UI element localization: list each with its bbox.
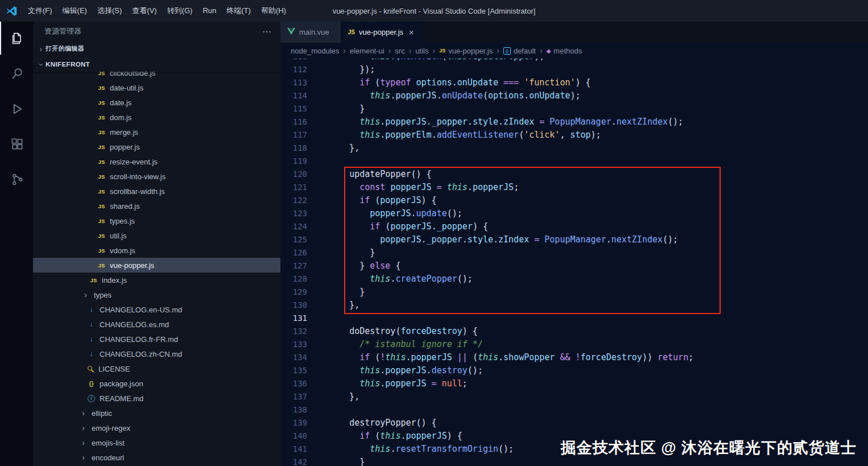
code-line-135[interactable]: 135 this.popperJS.destroy(); xyxy=(280,364,868,377)
code-line-113[interactable]: 113 if (typeof options.onUpdate === 'fun… xyxy=(280,76,868,89)
breadcrumb-item-node-modules[interactable]: node_modules xyxy=(291,47,339,55)
tree-item-scroll-into-view-js[interactable]: JSscroll-into-view.js xyxy=(33,169,280,184)
code-line-131[interactable]: 131 xyxy=(280,312,868,325)
tree-item-emojis-list[interactable]: ›emojis-list xyxy=(33,435,280,450)
tree-item-package-json[interactable]: {}package.json xyxy=(33,376,280,391)
breadcrumb-label: src xyxy=(395,47,404,55)
tree-item-changelog-en-us-md[interactable]: ↓CHANGELOG.en-US.md xyxy=(33,302,280,317)
tree-item-dom-js[interactable]: JSdom.js xyxy=(33,110,280,125)
js-icon: JS xyxy=(97,174,106,180)
code-line-132[interactable]: 132 doDestroy(forceDestroy) { xyxy=(280,325,868,338)
open-editors-section[interactable]: 打开的编辑器 xyxy=(33,41,280,56)
code-line-134[interactable]: 134 if (!this.popperJS || (this.showPopp… xyxy=(280,351,868,364)
tree-item-label: CHANGELOG.es.md xyxy=(100,320,169,329)
tree-item-vdom-js[interactable]: JSvdom.js xyxy=(33,243,280,258)
code-line-121[interactable]: 121 const popperJS = this.popperJS; xyxy=(280,181,868,194)
menubar-item-6[interactable]: 终端(T) xyxy=(221,0,256,22)
more-actions-icon[interactable]: ⋯ xyxy=(262,26,271,37)
code-line-122[interactable]: 122 if (popperJS) { xyxy=(280,194,868,207)
activity-search-icon[interactable] xyxy=(0,57,33,90)
code-text: popperJS._popper.style.zIndex = PopupMan… xyxy=(329,233,678,246)
code-line-115[interactable]: 115 } xyxy=(280,102,868,116)
activity-explorer-icon[interactable] xyxy=(0,22,33,55)
code-line-124[interactable]: 124 if (popperJS._popper) { xyxy=(280,220,868,233)
breadcrumb-item-methods[interactable]: ◆methods xyxy=(547,47,582,55)
code-line-130[interactable]: 130 }, xyxy=(280,299,868,312)
tree-item-date-js[interactable]: JSdate.js xyxy=(33,95,280,110)
tree-item-vue-popper-js[interactable]: JSvue-popper.js xyxy=(33,258,280,273)
tree-item-clickoutside-js[interactable]: JSclickoutside.js xyxy=(33,72,280,80)
menubar-item-5[interactable]: Run xyxy=(197,0,221,22)
code-line-123[interactable]: 123 popperJS.update(); xyxy=(280,207,868,220)
tree-item-types[interactable]: ›types xyxy=(33,287,280,302)
code-line-114[interactable]: 114 this.popperJS.onUpdate(options.onUpd… xyxy=(280,89,868,102)
activity-extensions-icon[interactable] xyxy=(0,127,33,160)
tree-item-index-js[interactable]: JSindex.js xyxy=(33,273,280,287)
tab-label: vue-popper.js xyxy=(359,28,403,36)
breadcrumb-item-default[interactable]: {}default xyxy=(503,47,536,55)
code-line-120[interactable]: 120 updatePopper() { xyxy=(280,168,868,181)
code-line-133[interactable]: 133 /* istanbul ignore if */ xyxy=(280,338,868,351)
tree-item-popper-js[interactable]: JSpopper.js xyxy=(33,139,280,154)
tree-item-scrollbar-width-js[interactable]: JSscrollbar-width.js xyxy=(33,184,280,199)
breadcrumb-item-vue-popper-js[interactable]: JSvue-popper.js xyxy=(439,47,493,55)
code-line-138[interactable]: 138 xyxy=(280,403,868,416)
code-line-136[interactable]: 136 this.popperJS = null; xyxy=(280,377,868,390)
markdown-icon: ↓ xyxy=(86,320,96,328)
tree-item-types-js[interactable]: JStypes.js xyxy=(33,213,280,228)
menubar-item-3[interactable]: 查看(V) xyxy=(127,0,162,22)
code-line-126[interactable]: 126 } xyxy=(280,246,868,259)
tree-item-readme-md[interactable]: iREADME.md xyxy=(33,391,280,406)
activity-source-control-icon[interactable] xyxy=(0,163,33,196)
tree-item-label: clickoutside.js xyxy=(110,72,155,77)
code-line-128[interactable]: 128 this.createPopper(); xyxy=(280,273,868,286)
knifefront-section[interactable]: KNIFEFRONT xyxy=(33,56,280,72)
code-line-127[interactable]: 127 } else { xyxy=(280,259,868,273)
tree-item-label: index.js xyxy=(102,276,127,284)
tree-item-date-util-js[interactable]: JSdate-util.js xyxy=(33,80,280,95)
code-line-129[interactable]: 129 } xyxy=(280,286,868,299)
symbol-method-icon: ◆ xyxy=(547,48,551,54)
tree-item-changelog-fr-fr-md[interactable]: ↓CHANGELOG.fr-FR.md xyxy=(33,332,280,347)
menubar-item-2[interactable]: 选择(S) xyxy=(92,0,127,22)
menubar-item-4[interactable]: 转到(G) xyxy=(162,0,198,22)
tree-item-merge-js[interactable]: JSmerge.js xyxy=(33,125,280,139)
js-icon: JS xyxy=(97,129,106,135)
breadcrumb-item-src[interactable]: src xyxy=(395,47,404,55)
menubar-item-7[interactable]: 帮助(H) xyxy=(256,0,291,22)
tab-main-vue[interactable]: main.vue xyxy=(280,22,341,43)
line-number: 141 xyxy=(280,443,329,456)
symbol-default-icon: {} xyxy=(503,47,511,55)
tree-item-emoji-regex[interactable]: ›emoji-regex xyxy=(33,420,280,435)
tree-item-util-js[interactable]: JSutil.js xyxy=(33,228,280,243)
code-line-137[interactable]: 137 }, xyxy=(280,390,868,403)
breadcrumb-item-element-ui[interactable]: element-ui xyxy=(350,47,385,55)
code-line-119[interactable]: 119 xyxy=(280,155,868,168)
code-line-116[interactable]: 116 this.popperJS._popper.style.zIndex =… xyxy=(280,116,868,129)
tree-item-changelog-es-md[interactable]: ↓CHANGELOG.es.md xyxy=(33,317,280,332)
code-text: } xyxy=(329,102,365,116)
tree-item-label: CHANGELOG.fr-FR.md xyxy=(100,335,178,344)
code-line-112[interactable]: 112 }); xyxy=(280,63,868,76)
code-line-111[interactable]: 111 this.$nextTick(this.updatePopper); xyxy=(280,59,868,63)
code-line-118[interactable]: 118 }, xyxy=(280,142,868,155)
tree-item-license[interactable]: LICENSE xyxy=(33,361,280,376)
code-line-139[interactable]: 139 destroyPopper() { xyxy=(280,416,868,430)
tree-item-encodeurl[interactable]: ›encodeurl xyxy=(33,450,280,465)
vue-icon xyxy=(287,28,295,36)
close-icon[interactable]: × xyxy=(408,27,415,37)
license-key-icon xyxy=(86,365,95,373)
menubar-item-0[interactable]: 文件(F) xyxy=(23,0,57,22)
tree-item-changelog-zh-cn-md[interactable]: ↓CHANGELOG.zh-CN.md xyxy=(33,347,280,361)
code-line-125[interactable]: 125 popperJS._popper.style.zIndex = Popu… xyxy=(280,233,868,246)
breadcrumb-label: vue-popper.js xyxy=(448,47,493,55)
tree-item-resize-event-js[interactable]: JSresize-event.js xyxy=(33,154,280,169)
menubar-item-1[interactable]: 编辑(E) xyxy=(57,0,92,22)
tree-item-shared-js[interactable]: JSshared.js xyxy=(33,199,280,213)
breadcrumb-item-utils[interactable]: utils xyxy=(415,47,428,55)
tree-item-elliptic[interactable]: ›elliptic xyxy=(33,406,280,420)
activity-run-debug-icon[interactable] xyxy=(0,92,33,125)
tab-vue-popper-js[interactable]: JSvue-popper.js× xyxy=(341,22,423,43)
code-line-117[interactable]: 117 this.popperElm.addEventListener('cli… xyxy=(280,129,868,142)
code-editor[interactable]: 111 this.$nextTick(this.updatePopper);11… xyxy=(280,59,868,466)
